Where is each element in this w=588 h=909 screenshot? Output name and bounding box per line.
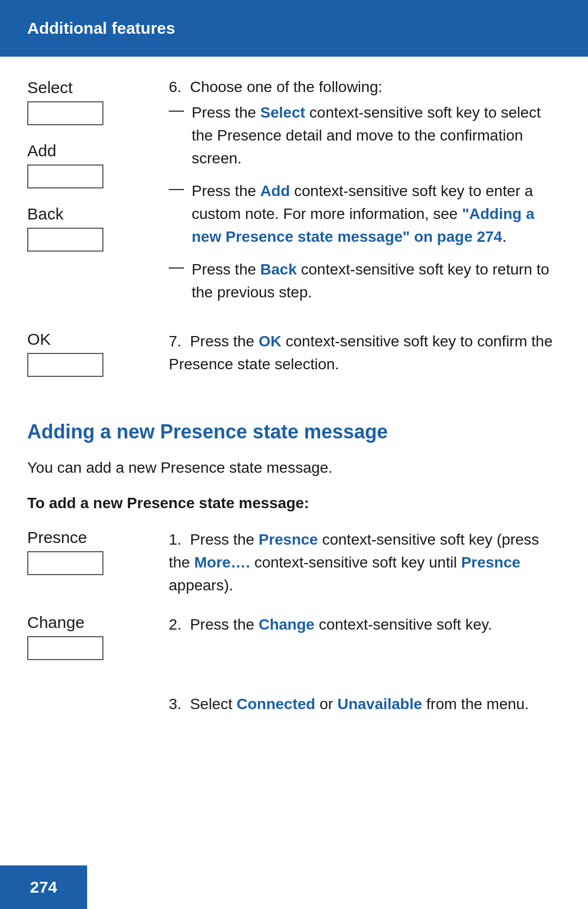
section2-step3-row: 3. Select Connected or Unavailable from … [27,693,561,716]
select-softkey-entry: Select [27,78,147,125]
presnce-softkey-label: Presnce [27,528,147,547]
page-number: 274 [30,878,57,896]
bullet1: — Press the Select context-sensitive sof… [169,101,561,170]
back-softkey-label: Back [27,205,147,223]
change-keyword: Change [259,616,315,633]
presnce-softkey-entry: Presnce [27,528,147,575]
section2-step2-text: 2. Press the Change context-sensitive so… [169,613,561,636]
page-footer: 274 [0,865,87,909]
page-content: Select Add Back 6. Choose one of the fol… [0,57,588,786]
presnce-softkey-box[interactable] [27,551,103,575]
bullet2: — Press the Add context-sensitive soft k… [169,180,561,248]
section2-intro: You can add a new Presence state message… [27,456,561,479]
header-title: Additional features [27,19,175,38]
add-softkey-label: Add [27,142,147,160]
step6-softkeys-column: Select Add Back [27,78,147,268]
section2-step3-instructions: 3. Select Connected or Unavailable from … [169,693,561,716]
section2-step2-instructions: 2. Press the Change context-sensitive so… [169,613,561,636]
bullet2-text: Press the Add context-sensitive soft key… [192,180,561,248]
change-softkey-box[interactable] [27,636,103,660]
ok-softkey-entry: OK [27,330,147,377]
presnce-softkeys-column: Presnce [27,528,147,591]
add-softkey-entry: Add [27,142,147,188]
change-softkey-entry: Change [27,613,147,660]
select-softkey-label: Select [27,78,147,97]
ok-keyword: OK [259,333,281,350]
connected-keyword: Connected [237,696,316,712]
add-keyword: Add [260,182,290,199]
presnce-keyword2: Presnce [461,554,520,571]
step7-row: OK 7. Press the OK context-sensitive sof… [27,330,561,393]
dash1: — [169,101,184,119]
back-softkey-box[interactable] [27,228,103,252]
section2-heading: Adding a new Presence state message [27,420,561,443]
back-softkey-entry: Back [27,205,147,252]
change-softkey-label: Change [27,613,147,632]
bullet1-text: Press the Select context-sensitive soft … [192,101,561,170]
section2-step1-text: 1. Press the Presnce context-sensitive s… [169,528,561,597]
bullet3-text: Press the Back context-sensitive soft ke… [192,258,561,304]
section2-step1-row: Presnce 1. Press the Presnce context-sen… [27,528,561,597]
section2-step1-instructions: 1. Press the Presnce context-sensitive s… [169,528,561,597]
bullet3: — Press the Back context-sensitive soft … [169,258,561,304]
section2-step3-text: 3. Select Connected or Unavailable from … [169,693,561,716]
add-presence-link[interactable]: "Adding a new Presence state message" on… [192,205,534,245]
unavailable-keyword: Unavailable [338,696,422,712]
section2-step2-row: Change 2. Press the Change context-sensi… [27,613,561,676]
step7-instructions: 7. Press the OK context-sensitive soft k… [169,330,561,376]
section2-sub-heading: To add a new Presence state message: [27,495,561,512]
header-bar: Additional features [0,0,588,57]
more-keyword: More…. [194,554,250,571]
step6-row: Select Add Back 6. Choose one of the fol… [27,78,561,314]
select-keyword: Select [260,104,305,121]
step7-text: 7. Press the OK context-sensitive soft k… [169,330,561,376]
step6-instructions: 6. Choose one of the following: — Press … [169,78,561,314]
step7-softkeys-column: OK [27,330,147,393]
ok-softkey-label: OK [27,330,147,349]
dash2: — [169,180,184,197]
step6-number: 6. Choose one of the following: [169,78,561,96]
presnce-keyword: Presnce [259,531,318,548]
ok-softkey-box[interactable] [27,353,103,377]
back-keyword: Back [260,261,297,278]
dash3: — [169,258,184,276]
add-softkey-box[interactable] [27,164,103,188]
select-softkey-box[interactable] [27,101,103,125]
change-softkeys-column: Change [27,613,147,676]
